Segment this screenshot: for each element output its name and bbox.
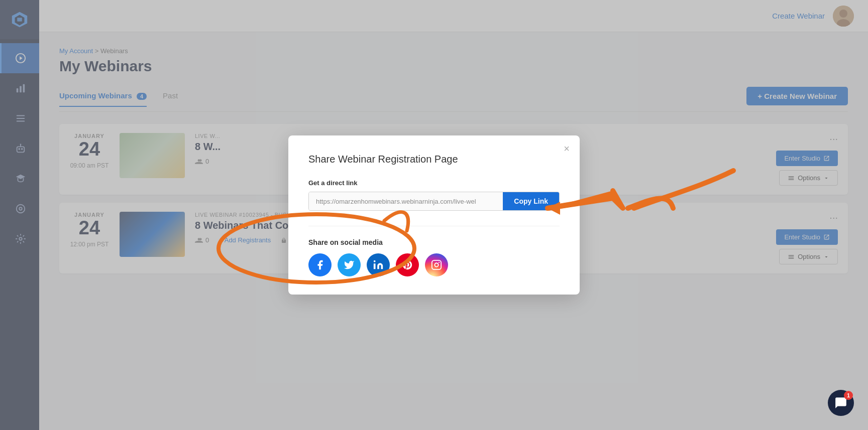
social-label: Share on social media bbox=[308, 238, 560, 246]
modal-title: Share Webinar Registration Page bbox=[308, 154, 560, 165]
social-icons-row bbox=[308, 253, 560, 276]
modal-overlay[interactable]: × Share Webinar Registration Page Get a … bbox=[0, 0, 868, 430]
social-pinterest-button[interactable] bbox=[396, 253, 419, 276]
svg-rect-27 bbox=[432, 260, 441, 269]
chat-badge: 1 bbox=[844, 391, 853, 400]
link-input[interactable] bbox=[309, 192, 503, 210]
chat-bubble[interactable]: 1 bbox=[828, 390, 854, 416]
divider bbox=[308, 226, 560, 226]
share-modal: × Share Webinar Registration Page Get a … bbox=[288, 135, 580, 295]
svg-point-26 bbox=[374, 260, 376, 262]
modal-close-button[interactable]: × bbox=[564, 144, 570, 154]
modal-section-label: Get a direct link bbox=[308, 179, 560, 187]
social-twitter-button[interactable] bbox=[338, 253, 361, 276]
social-facebook-button[interactable] bbox=[308, 253, 332, 276]
copy-link-button[interactable]: Copy Link bbox=[503, 192, 559, 210]
social-instagram-button[interactable] bbox=[425, 253, 448, 276]
link-row: Copy Link bbox=[308, 192, 560, 211]
social-linkedin-button[interactable] bbox=[367, 253, 390, 276]
